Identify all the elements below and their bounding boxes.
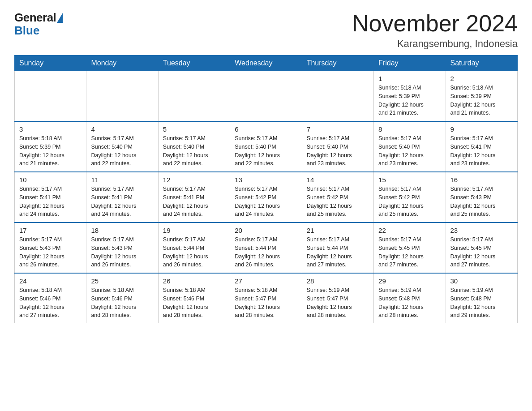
calendar-cell: 21Sunrise: 5:17 AMSunset: 5:44 PMDayligh… [302, 223, 373, 273]
day-info: Sunrise: 5:17 AMSunset: 5:41 PMDaylight:… [19, 185, 82, 218]
location-text: Karangsembung, Indonesia [352, 38, 518, 50]
calendar-cell: 3Sunrise: 5:18 AMSunset: 5:39 PMDaylight… [15, 121, 86, 172]
calendar-cell: 18Sunrise: 5:17 AMSunset: 5:43 PMDayligh… [86, 223, 158, 273]
day-info: Sunrise: 5:17 AMSunset: 5:41 PMDaylight:… [91, 185, 153, 218]
calendar-cell: 6Sunrise: 5:17 AMSunset: 5:40 PMDaylight… [230, 121, 302, 172]
weekday-header-thursday: Thursday [302, 56, 373, 71]
calendar-cell: 28Sunrise: 5:19 AMSunset: 5:47 PMDayligh… [302, 273, 373, 323]
calendar-cell [302, 71, 373, 122]
day-number: 18 [91, 227, 153, 234]
weekday-header-tuesday: Tuesday [158, 56, 230, 71]
day-number: 1 [378, 75, 441, 82]
day-number: 15 [378, 176, 441, 184]
day-number: 17 [19, 227, 82, 234]
calendar-cell: 17Sunrise: 5:17 AMSunset: 5:43 PMDayligh… [15, 223, 86, 273]
day-number: 30 [450, 277, 513, 285]
day-number: 24 [19, 277, 82, 285]
calendar-cell: 29Sunrise: 5:19 AMSunset: 5:48 PMDayligh… [374, 273, 446, 323]
day-number: 11 [91, 176, 153, 184]
day-number: 27 [235, 277, 297, 285]
calendar-cell: 12Sunrise: 5:17 AMSunset: 5:41 PMDayligh… [158, 172, 230, 223]
logo: General Blue [14, 11, 63, 38]
day-number: 13 [235, 176, 297, 184]
calendar-table: SundayMondayTuesdayWednesdayThursdayFrid… [14, 55, 518, 323]
calendar-cell: 26Sunrise: 5:18 AMSunset: 5:46 PMDayligh… [158, 273, 230, 323]
day-info: Sunrise: 5:18 AMSunset: 5:46 PMDaylight:… [91, 286, 153, 320]
calendar-cell: 11Sunrise: 5:17 AMSunset: 5:41 PMDayligh… [86, 172, 158, 223]
day-info: Sunrise: 5:19 AMSunset: 5:48 PMDaylight:… [450, 286, 513, 320]
calendar-cell [230, 71, 302, 122]
day-number: 20 [235, 227, 297, 234]
calendar-cell: 13Sunrise: 5:17 AMSunset: 5:42 PMDayligh… [230, 172, 302, 223]
calendar-cell: 9Sunrise: 5:17 AMSunset: 5:41 PMDaylight… [446, 121, 517, 172]
day-number: 19 [163, 227, 225, 234]
calendar-cell: 24Sunrise: 5:18 AMSunset: 5:46 PMDayligh… [15, 273, 86, 323]
day-info: Sunrise: 5:17 AMSunset: 5:44 PMDaylight:… [235, 235, 297, 269]
page-header: General Blue November 2024 Karangsembung… [14, 11, 518, 50]
day-info: Sunrise: 5:17 AMSunset: 5:40 PMDaylight:… [163, 134, 225, 168]
logo-general-text: General [14, 11, 56, 25]
day-info: Sunrise: 5:17 AMSunset: 5:42 PMDaylight:… [378, 185, 441, 218]
day-info: Sunrise: 5:17 AMSunset: 5:40 PMDaylight:… [91, 134, 153, 168]
day-number: 12 [163, 176, 225, 184]
day-number: 26 [163, 277, 225, 285]
day-info: Sunrise: 5:17 AMSunset: 5:44 PMDaylight:… [307, 235, 369, 269]
calendar-cell: 19Sunrise: 5:17 AMSunset: 5:44 PMDayligh… [158, 223, 230, 273]
day-info: Sunrise: 5:19 AMSunset: 5:47 PMDaylight:… [307, 286, 369, 320]
calendar-cell: 5Sunrise: 5:17 AMSunset: 5:40 PMDaylight… [158, 121, 230, 172]
day-number: 29 [378, 277, 441, 285]
day-info: Sunrise: 5:18 AMSunset: 5:39 PMDaylight:… [19, 134, 82, 168]
calendar-cell: 25Sunrise: 5:18 AMSunset: 5:46 PMDayligh… [86, 273, 158, 323]
calendar-week-row: 17Sunrise: 5:17 AMSunset: 5:43 PMDayligh… [15, 223, 518, 273]
day-info: Sunrise: 5:17 AMSunset: 5:43 PMDaylight:… [91, 235, 153, 269]
day-info: Sunrise: 5:17 AMSunset: 5:43 PMDaylight:… [450, 185, 513, 218]
day-info: Sunrise: 5:19 AMSunset: 5:48 PMDaylight:… [378, 286, 441, 320]
day-number: 21 [307, 227, 369, 234]
calendar-week-row: 24Sunrise: 5:18 AMSunset: 5:46 PMDayligh… [15, 273, 518, 323]
day-info: Sunrise: 5:17 AMSunset: 5:45 PMDaylight:… [450, 235, 513, 269]
calendar-body: 1Sunrise: 5:18 AMSunset: 5:39 PMDaylight… [15, 71, 518, 324]
day-number: 7 [307, 125, 369, 133]
calendar-cell: 22Sunrise: 5:17 AMSunset: 5:45 PMDayligh… [374, 223, 446, 273]
calendar-header: SundayMondayTuesdayWednesdayThursdayFrid… [15, 56, 518, 71]
calendar-cell: 4Sunrise: 5:17 AMSunset: 5:40 PMDaylight… [86, 121, 158, 172]
day-info: Sunrise: 5:17 AMSunset: 5:40 PMDaylight:… [378, 134, 441, 168]
day-number: 23 [450, 227, 513, 234]
calendar-cell: 15Sunrise: 5:17 AMSunset: 5:42 PMDayligh… [374, 172, 446, 223]
calendar-cell: 10Sunrise: 5:17 AMSunset: 5:41 PMDayligh… [15, 172, 86, 223]
calendar-week-row: 1Sunrise: 5:18 AMSunset: 5:39 PMDaylight… [15, 71, 518, 122]
day-number: 25 [91, 277, 153, 285]
day-info: Sunrise: 5:17 AMSunset: 5:44 PMDaylight:… [163, 235, 225, 269]
title-block: November 2024 Karangsembung, Indonesia [352, 11, 518, 50]
calendar-cell [158, 71, 230, 122]
day-info: Sunrise: 5:17 AMSunset: 5:41 PMDaylight:… [163, 185, 225, 218]
calendar-cell: 27Sunrise: 5:18 AMSunset: 5:47 PMDayligh… [230, 273, 302, 323]
day-info: Sunrise: 5:17 AMSunset: 5:42 PMDaylight:… [307, 185, 369, 218]
day-number: 14 [307, 176, 369, 184]
day-number: 28 [307, 277, 369, 285]
weekday-header-sunday: Sunday [15, 56, 86, 71]
day-info: Sunrise: 5:18 AMSunset: 5:47 PMDaylight:… [235, 286, 297, 320]
calendar-cell: 30Sunrise: 5:19 AMSunset: 5:48 PMDayligh… [446, 273, 517, 323]
weekday-header-friday: Friday [374, 56, 446, 71]
day-info: Sunrise: 5:18 AMSunset: 5:46 PMDaylight:… [19, 286, 82, 320]
calendar-cell: 8Sunrise: 5:17 AMSunset: 5:40 PMDaylight… [374, 121, 446, 172]
logo-blue-text: Blue [14, 24, 39, 38]
weekday-header-wednesday: Wednesday [230, 56, 302, 71]
day-number: 8 [378, 125, 441, 133]
calendar-cell: 7Sunrise: 5:17 AMSunset: 5:40 PMDaylight… [302, 121, 373, 172]
calendar-week-row: 10Sunrise: 5:17 AMSunset: 5:41 PMDayligh… [15, 172, 518, 223]
day-info: Sunrise: 5:18 AMSunset: 5:39 PMDaylight:… [450, 84, 513, 117]
calendar-cell [86, 71, 158, 122]
day-number: 5 [163, 125, 225, 133]
calendar-cell: 2Sunrise: 5:18 AMSunset: 5:39 PMDaylight… [446, 71, 517, 122]
day-info: Sunrise: 5:17 AMSunset: 5:41 PMDaylight:… [450, 134, 513, 168]
day-number: 3 [19, 125, 82, 133]
day-info: Sunrise: 5:17 AMSunset: 5:40 PMDaylight:… [307, 134, 369, 168]
logo-top: General [14, 11, 63, 25]
day-info: Sunrise: 5:17 AMSunset: 5:45 PMDaylight:… [378, 235, 441, 269]
day-info: Sunrise: 5:18 AMSunset: 5:39 PMDaylight:… [378, 84, 441, 117]
day-info: Sunrise: 5:17 AMSunset: 5:43 PMDaylight:… [19, 235, 82, 269]
weekday-header-saturday: Saturday [446, 56, 517, 71]
day-number: 22 [378, 227, 441, 234]
